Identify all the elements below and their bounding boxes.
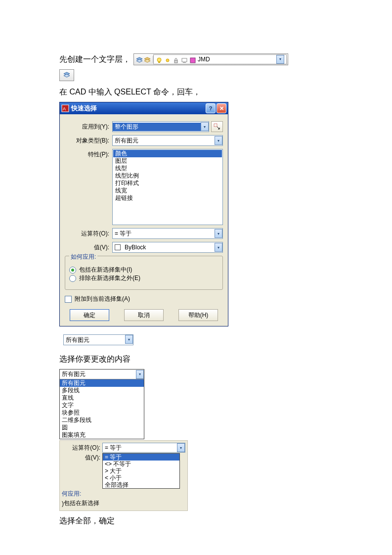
- svg-rect-7: [174, 60, 177, 63]
- layer-toolbar: JMD ▾: [133, 53, 288, 65]
- dialog-body: 应用到(Y): 整个图形 ▾ 对象类型(B): 所有图元 ▾: [60, 114, 228, 326]
- apply-to-value: 整个图形: [113, 123, 201, 131]
- property-listbox[interactable]: 颜色 图层 线型 线型比例 打印样式 线宽 超链接: [112, 149, 223, 225]
- list-item[interactable]: 多段线: [60, 387, 144, 394]
- svg-rect-10: [190, 58, 195, 63]
- radio-exclude-label: 排除在新选择集之外(E): [79, 274, 140, 282]
- radio-include-label: 包括在新选择集中(I): [79, 266, 132, 274]
- operator-combo[interactable]: = 等于 ▾: [112, 228, 223, 239]
- svg-rect-8: [182, 58, 187, 62]
- paragraph-intro: 先创建一个文字层， JMD ▾: [59, 53, 333, 65]
- object-type-open-dropdown[interactable]: 所有图元 ▾ 所有图元 多段线 直线 文字 块参照 二维多段线 圆 图案填充: [59, 369, 144, 439]
- dialog-titlebar: A 快速选择 ? ✕: [60, 102, 228, 114]
- operator-open-dropdown[interactable]: = 等于 <> 不等于 > 大于 < 小于 全部选择: [102, 453, 180, 489]
- paragraph-select-content: 选择你要更改的内容: [59, 353, 333, 365]
- list-item[interactable]: 颜色: [113, 150, 222, 157]
- lock-icon: [173, 56, 179, 63]
- dialog-title: 快速选择: [71, 104, 205, 113]
- standalone-layer-button-row: [59, 69, 333, 82]
- radio-icon[interactable]: [69, 275, 76, 282]
- list-item[interactable]: 打印样式: [113, 180, 222, 187]
- object-type-value: 所有图元: [113, 137, 215, 145]
- radio-exclude-row[interactable]: 排除在新选择集之外(E): [69, 274, 218, 282]
- list-item[interactable]: < 小于: [103, 474, 179, 481]
- paragraph-select-all: 选择全部，确定: [59, 515, 333, 527]
- layer-state-icon[interactable]: [144, 56, 151, 63]
- list-item[interactable]: 线宽: [113, 187, 222, 194]
- layer-stack-icon[interactable]: [136, 56, 143, 63]
- pick-objects-button[interactable]: [211, 121, 223, 132]
- layer-manager-button[interactable]: [59, 69, 74, 81]
- list-item[interactable]: 圆: [60, 424, 144, 431]
- list-item[interactable]: 线型: [113, 165, 222, 172]
- append-check-label: 附加到当前选择集(A): [75, 295, 130, 303]
- sun-icon: [164, 56, 171, 63]
- list-item[interactable]: 文字: [60, 402, 144, 409]
- open-dd-head[interactable]: 所有图元 ▾: [60, 370, 144, 379]
- how-apply-link: 何应用:: [62, 490, 81, 498]
- app-icon: A: [61, 104, 69, 112]
- paragraph-qselect: 在 CAD 中输入 QSELECT 命令，回车，: [59, 86, 333, 98]
- layer-name-text: JMD: [198, 53, 275, 65]
- svg-marker-12: [64, 74, 70, 77]
- value-label2: 值(V):: [62, 454, 102, 462]
- object-type-combo[interactable]: 所有图元 ▾: [112, 135, 223, 146]
- list-item[interactable]: 图层: [113, 157, 222, 165]
- help-button[interactable]: 帮助(H): [178, 309, 218, 321]
- checkbox-icon[interactable]: [65, 296, 72, 303]
- bulb-icon: [156, 56, 163, 63]
- list-item[interactable]: 超链接: [113, 194, 222, 202]
- cancel-button[interactable]: 取消: [124, 309, 164, 321]
- dropdown-arrow-icon[interactable]: ▾: [201, 122, 209, 131]
- dropdown-arrow-icon[interactable]: ▾: [276, 55, 284, 64]
- mini-combo-value: 所有图元: [64, 335, 125, 345]
- dropdown-arrow-icon[interactable]: ▾: [125, 335, 133, 344]
- list-item[interactable]: 直线: [60, 394, 144, 402]
- how-apply-legend: 如何应用:: [69, 253, 97, 261]
- svg-point-6: [166, 59, 169, 62]
- list-item[interactable]: = 等于: [103, 454, 179, 461]
- dropdown-arrow-icon[interactable]: ▾: [215, 243, 222, 252]
- dialog-button-row: 确定 取消 帮助(H): [65, 309, 223, 321]
- operator-label2: 运算符(O):: [62, 444, 102, 452]
- include-partial-row: ) 包括在新选择: [62, 499, 185, 508]
- dropdown-arrow-icon[interactable]: ▾: [215, 136, 222, 145]
- svg-rect-15: [214, 124, 217, 127]
- list-item[interactable]: 块参照: [60, 409, 144, 416]
- value-value: ByBlock: [123, 244, 215, 251]
- list-item[interactable]: <> 不等于: [103, 461, 179, 467]
- list-item[interactable]: 所有图元: [60, 379, 144, 387]
- apply-to-combo[interactable]: 整个图形 ▾: [112, 121, 209, 132]
- svg-rect-5: [158, 62, 160, 63]
- value-label: 值(V):: [65, 242, 112, 252]
- list-item[interactable]: 线型比例: [113, 172, 222, 180]
- layer-toolbar-icons: [135, 56, 153, 63]
- operator-combo2[interactable]: = 等于 ▾: [102, 443, 185, 453]
- dropdown-arrow-icon[interactable]: ▾: [177, 443, 185, 452]
- mini-object-type-combo[interactable]: 所有图元 ▾: [63, 334, 133, 345]
- svg-point-4: [157, 58, 161, 62]
- how-apply-group: 如何应用: 包括在新选择集中(I) 排除在新选择集之外(E): [65, 256, 223, 290]
- radio-include-row[interactable]: 包括在新选择集中(I): [69, 266, 218, 274]
- svg-marker-1: [136, 59, 142, 62]
- apply-to-label: 应用到(Y):: [65, 121, 112, 131]
- list-item[interactable]: 全部选择: [103, 481, 179, 488]
- dropdown-arrow-icon[interactable]: ▾: [136, 370, 144, 379]
- radio-icon[interactable]: [69, 267, 76, 274]
- dropdown-arrow-icon[interactable]: ▾: [215, 229, 222, 238]
- svg-rect-9: [183, 62, 186, 63]
- object-type-label: 对象类型(B):: [65, 135, 112, 145]
- append-check-row[interactable]: 附加到当前选择集(A): [65, 295, 223, 303]
- list-item[interactable]: 二维多段线: [60, 416, 144, 424]
- text-create-layer: 先创建一个文字层，: [59, 53, 131, 65]
- list-item[interactable]: > 大于: [103, 467, 179, 474]
- color-swatch-icon: [115, 244, 121, 250]
- layer-combo[interactable]: JMD ▾: [153, 54, 287, 64]
- ok-button[interactable]: 确定: [70, 309, 109, 321]
- list-item[interactable]: 图案填充: [60, 431, 144, 439]
- value-combo[interactable]: ByBlock ▾: [112, 242, 223, 253]
- operator-label: 运算符(O):: [65, 228, 112, 238]
- titlebar-help-button[interactable]: ?: [206, 103, 216, 113]
- svg-text:A: A: [63, 106, 66, 111]
- titlebar-close-button[interactable]: ✕: [217, 103, 226, 113]
